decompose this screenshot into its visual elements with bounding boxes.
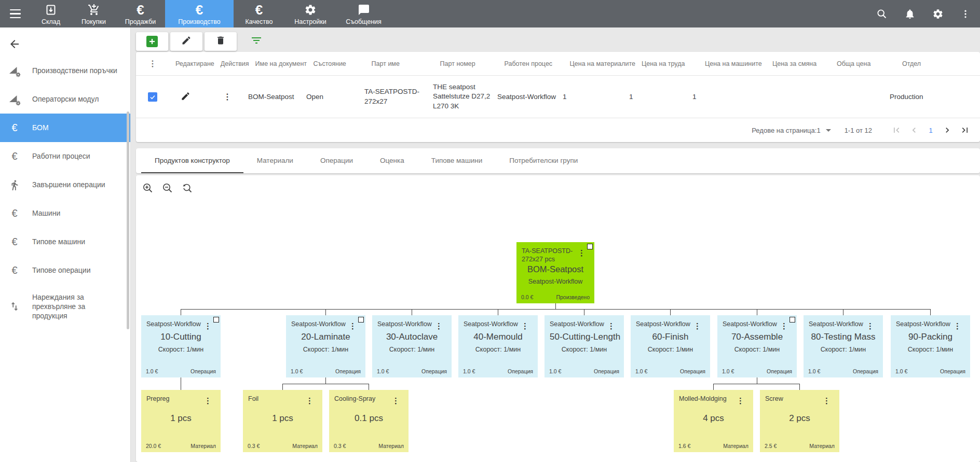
node-menu-kebab-icon[interactable]: ⋮ (954, 321, 961, 331)
nav-quality[interactable]: € Качество (234, 0, 284, 27)
node-menu-kebab-icon[interactable]: ⋮ (521, 321, 529, 331)
tree-node-op-90-packing[interactable]: Seatpost-Workflow⋮ 90-Packing Скорост: 1… (891, 315, 970, 377)
column-menu-kebab-icon[interactable]: ⋮ (148, 59, 157, 68)
delete-button[interactable] (205, 32, 237, 51)
node-menu-kebab-icon[interactable]: ⋮ (737, 396, 744, 405)
tree-node-op-10-cutting[interactable]: Seatpost-Workflow⋮ 10-Cutting Скорост: 1… (141, 315, 221, 377)
ramp-gear-icon (0, 65, 29, 77)
notifications-bell-icon[interactable] (904, 8, 916, 20)
walking-person-icon (0, 179, 29, 191)
zoom-out-icon[interactable] (161, 181, 174, 195)
nav-sales[interactable]: € Продажби (116, 0, 165, 27)
tab-materials[interactable]: Материали (243, 148, 307, 173)
node-menu-kebab-icon[interactable]: ⋮ (435, 321, 443, 331)
row-checkbox-checked[interactable] (148, 92, 157, 102)
node-workflow: Seatpost-Workflow (723, 320, 777, 328)
nav-purchases[interactable]: Покупки (72, 0, 116, 27)
node-menu-kebab-icon[interactable]: ⋮ (823, 396, 831, 405)
node-menu-kebab-icon[interactable]: ⋮ (349, 321, 357, 331)
node-cost: 1.0 € (549, 368, 561, 374)
node-menu-kebab-icon[interactable]: ⋮ (204, 321, 212, 331)
node-menu-kebab-icon[interactable]: ⋮ (578, 248, 586, 258)
back-arrow-icon[interactable] (6, 36, 23, 52)
tree-node-op-40-memould[interactable]: Seatpost-Workflow⋮ 40-Memould Скорост: 1… (458, 315, 538, 377)
collapse-toggle[interactable] (358, 317, 364, 323)
tab-label: Продуктов конструктор (155, 157, 230, 164)
tab-product-constructor[interactable]: Продуктов конструктор (141, 148, 243, 173)
tree-node-mat-molled-moldging[interactable]: Molled-Moldging⋮ 4 pcs 1.6 €Материал (674, 390, 753, 452)
sidebar-scrollbar[interactable] (127, 111, 129, 329)
node-menu-kebab-icon[interactable]: ⋮ (392, 396, 400, 405)
nav-label: Качество (246, 18, 273, 25)
node-menu-kebab-icon[interactable]: ⋮ (204, 396, 212, 405)
node-quantity: 2 pcs (765, 413, 834, 424)
nav-production[interactable]: € Производство (165, 0, 234, 27)
plus-icon (146, 36, 158, 47)
product-constructor-canvas[interactable]: TA-SEATPOSTD-272x27 pcs ⋮ BOM-Seatpost S… (136, 175, 980, 462)
edit-button[interactable] (170, 32, 202, 51)
zoom-reset-icon[interactable] (181, 181, 194, 195)
tree-node-root-bom[interactable]: TA-SEATPOSTD-272x27 pcs ⋮ BOM-Seatpost S… (516, 242, 594, 303)
sidebar-item-machines[interactable]: € Машини (0, 199, 130, 228)
tree-node-op-60-finish[interactable]: Seatpost-Workflow⋮ 60-Finish Скорост: 1/… (631, 315, 710, 377)
bom-toolbar (136, 32, 267, 51)
sidebar-item-bom[interactable]: € БОМ (0, 114, 130, 142)
row-edit-pencil-icon[interactable] (181, 95, 190, 103)
node-cost: 1.0 € (146, 368, 158, 374)
zoom-in-icon[interactable] (141, 181, 155, 195)
table-row[interactable]: ⋮ BOM-Seatpost Open TA-SEATPOSTD-272x27 … (136, 76, 980, 118)
node-menu-kebab-icon[interactable]: ⋮ (693, 321, 701, 331)
sidebar-item-workflows[interactable]: € Работни процеси (0, 142, 130, 171)
tree-node-mat-foil[interactable]: Foil⋮ 1 pcs 0.3 €Материал (243, 390, 322, 452)
search-icon[interactable] (876, 8, 888, 20)
nav-settings[interactable]: Настройки (284, 0, 336, 27)
more-kebab-icon[interactable] (960, 8, 971, 20)
node-material-name: Molled-Moldging (679, 395, 727, 403)
tab-user-groups[interactable]: Потребителски групи (496, 148, 591, 173)
row-actions-kebab-icon[interactable]: ⋮ (223, 92, 232, 101)
rows-per-page-caret-icon[interactable] (826, 129, 831, 132)
collapse-toggle[interactable] (213, 317, 219, 323)
nav-messages[interactable]: Съобщения (336, 0, 391, 27)
sidebar-item-finished-operations[interactable]: Завършени операции (0, 171, 130, 199)
current-page-number[interactable]: 1 (923, 127, 938, 134)
next-page-icon[interactable] (938, 125, 956, 135)
hamburger-menu-icon[interactable] (0, 0, 30, 27)
sidebar-item-operation-types[interactable]: € Типове операции (0, 256, 130, 285)
tree-node-mat-screw[interactable]: Screw⋮ 2 pcs 2.5 €Материал (760, 390, 839, 452)
node-cost: 20.0 € (146, 443, 161, 449)
filter-button[interactable] (246, 32, 267, 51)
tree-node-op-20-laminate[interactable]: Seatpost-Workflow⋮ 20-Laminate Скорост: … (286, 315, 365, 377)
sidebar-item-operator-module[interactable]: Операторски модул (0, 85, 130, 114)
tree-node-op-30-autoclave[interactable]: Seatpost-Workflow⋮ 30-Autoclave Скорост:… (372, 315, 452, 377)
node-title: 20-Laminate (291, 332, 360, 342)
collapse-toggle[interactable] (790, 317, 795, 323)
settings-gear-icon[interactable] (932, 8, 944, 20)
collapse-toggle[interactable] (587, 244, 593, 249)
sidebar-item-production-orders[interactable]: Производствени поръчки (0, 57, 130, 85)
tab-operations[interactable]: Операции (307, 148, 366, 173)
first-page-icon[interactable] (888, 125, 905, 135)
sidebar-item-transfer-orders[interactable]: Нареждания за прехвърляне за продукция (0, 285, 130, 328)
tree-node-op-50-cutting-length[interactable]: Seatpost-Workflow⋮ 50-Cutting-Length Ско… (545, 315, 624, 377)
nav-warehouse[interactable]: Склад (30, 0, 72, 27)
left-sidebar: Производствени поръчки Операторски модул… (0, 27, 131, 462)
tree-node-mat-prepreg[interactable]: Prepreg⋮ 1 pcs 20.0 €Материал (141, 390, 221, 452)
tab-estimate[interactable]: Оценка (366, 148, 418, 173)
tab-machine-types[interactable]: Типове машини (418, 148, 496, 173)
sidebar-item-label: Машини (32, 208, 60, 218)
node-menu-kebab-icon[interactable]: ⋮ (607, 321, 615, 331)
node-menu-kebab-icon[interactable]: ⋮ (780, 321, 788, 331)
tree-node-op-70-assemble[interactable]: Seatpost-Workflow⋮ 70-Assemble Скорост: … (717, 315, 797, 377)
cell-labor-cost: 1 (623, 93, 686, 101)
node-menu-kebab-icon[interactable]: ⋮ (306, 396, 314, 405)
cart-icon (88, 3, 100, 17)
previous-page-icon[interactable] (905, 125, 923, 135)
node-workflow: Seatpost-Workflow (464, 320, 518, 328)
add-button[interactable] (136, 32, 168, 51)
tree-node-op-80-testing-mass[interactable]: Seatpost-Workflow⋮ 80-Testing Mass Скоро… (804, 315, 883, 377)
sidebar-item-machine-types[interactable]: € Типове машини (0, 228, 130, 256)
node-menu-kebab-icon[interactable]: ⋮ (866, 321, 874, 331)
last-page-icon[interactable] (956, 125, 974, 135)
tree-node-mat-cooling-spray[interactable]: Cooling-Spray⋮ 0.1 pcs 0.3 €Материал (329, 390, 409, 452)
